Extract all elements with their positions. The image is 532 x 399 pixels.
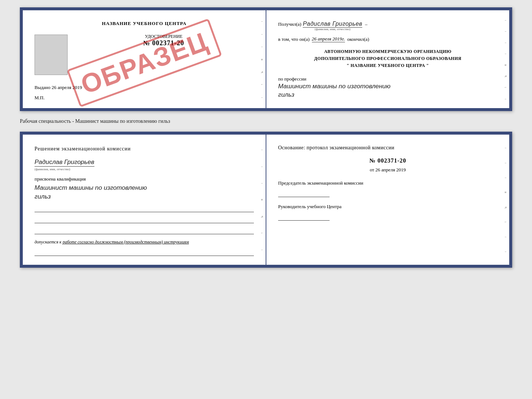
bottom-fio-label: (фамилия, имя, отчество) xyxy=(35,167,254,171)
issued-label: Выдано xyxy=(35,85,50,90)
org-quote-close: " xyxy=(426,63,429,68)
и-mark4: и xyxy=(505,190,506,194)
qualification-value: Машинист машины по изготовлению гильз xyxy=(35,184,254,201)
right-edge-ticks: – – – и ,а ← – xyxy=(258,10,266,108)
top-left-title: НАЗВАНИЕ УЧЕБНОГО ЦЕНТРА xyxy=(35,21,254,26)
underline-4 xyxy=(35,249,254,256)
org-quote-open: " xyxy=(347,63,349,68)
и-mark3: и xyxy=(261,198,263,201)
right-edge-ticks-4: – – – и ,а ← – – xyxy=(502,135,509,265)
org-name-line: " НАЗВАНИЕ УЧЕБНОГО ЦЕНТРА " xyxy=(278,62,497,69)
received-prefix: Получил(а) xyxy=(278,21,301,27)
number-value: 002371-20 xyxy=(377,157,406,164)
к-mark2: ← xyxy=(504,86,507,89)
top-document: НАЗВАНИЕ УЧЕБНОГО ЦЕНТРА ОБРАЗЕЦ УДОСТОВ… xyxy=(20,7,512,111)
date-prefix: в том, что он(а) xyxy=(278,36,310,42)
к-mark: ← xyxy=(260,83,263,86)
org-line2: ДОПОЛНИТЕЛЬНОГО ПРОФЕССИОНАЛЬНОГО ОБРАЗО… xyxy=(278,55,497,62)
underline-1 xyxy=(35,205,254,212)
cert-number-value: 002371-20 xyxy=(152,39,184,47)
bottom-name-block: Радислав Григорьев (фамилия, имя, отчест… xyxy=(35,158,254,171)
underline-2 xyxy=(35,216,254,223)
а-mark: ,а xyxy=(261,70,263,74)
date-line: в том, что он(а) 26 апреля 2019г. окончи… xyxy=(278,36,497,42)
osnov-title: Основание: протокол экзаменационной коми… xyxy=(278,145,497,151)
assigned-label: присвоена квалификация xyxy=(35,176,254,182)
director-sign-line xyxy=(278,213,330,221)
top-doc-right: Получил(а) Радислав Григорьев (фамилия, … xyxy=(266,10,509,108)
director-block: Руководитель учебного Центра xyxy=(278,204,497,221)
fio-sublabel: (фамилия, имя, отчество) xyxy=(303,27,362,31)
а-mark4: ,а xyxy=(504,206,507,209)
bottom-name: Радислав Григорьев xyxy=(35,158,94,167)
qual-line2: гильз xyxy=(35,192,254,201)
и-mark: и xyxy=(261,58,263,61)
protocol-date: от 26 апреля 2019 xyxy=(278,167,497,173)
profession-value: Машинист машины по изготовлению гильз xyxy=(278,82,497,100)
к-mark4: ← xyxy=(504,220,507,224)
org-line1: АВТОНОМНУЮ НЕКОММЕРЧЕСКУЮ ОРГАНИЗАЦИЮ xyxy=(278,48,497,55)
а-mark3: ,а xyxy=(261,215,263,218)
и-mark2: и xyxy=(505,63,506,67)
profession-block: по профессии Машинист машины по изготовл… xyxy=(278,76,497,100)
chairman-label: Председатель экзаменационной комиссии xyxy=(278,180,497,186)
qual-line1: Машинист машины по изготовлению xyxy=(35,184,254,192)
cert-label: УДОСТОВЕРЕНИЕ xyxy=(73,34,254,39)
photo-placeholder xyxy=(35,35,68,75)
date-value-bot: 26 апреля 2019 xyxy=(375,167,406,172)
right-edge-ticks-3: – – – и ,а ← – xyxy=(258,135,266,265)
profession-line1: Машинист машины по изготовлению xyxy=(278,82,497,91)
director-label: Руководитель учебного Центра xyxy=(278,204,497,210)
chairman-sign-line xyxy=(278,189,330,197)
допуск-block: допускается к работе согласно должностны… xyxy=(35,239,254,245)
org-block: АВТОНОМНУЮ НЕКОММЕРЧЕСКУЮ ОРГАНИЗАЦИЮ ДО… xyxy=(278,48,497,70)
cert-mp: М.П. xyxy=(35,95,44,101)
right-edge-ticks-2: – – – – и ,а ← – xyxy=(502,10,509,108)
а-mark2: ,а xyxy=(504,74,507,78)
org-name: НАЗВАНИЕ УЧЕБНОГО ЦЕНТРА xyxy=(351,63,425,68)
bottom-doc-right: Основание: протокол экзаменационной коми… xyxy=(266,135,509,265)
bottom-document: Решением экзаменационной комиссии Радисл… xyxy=(20,132,512,268)
underline-3 xyxy=(35,227,254,234)
profession-label: по профессии xyxy=(278,76,497,82)
допуск-prefix: допускается к xyxy=(35,239,61,245)
protocol-number: № 002371-20 xyxy=(278,157,497,164)
received-name: Радислав Григорьев xyxy=(303,21,362,28)
cert-issued-date: Выдано 26 апреля 2019 xyxy=(35,85,254,90)
number-prefix: № xyxy=(369,157,375,164)
bottom-left-title: Решением экзаменационной комиссии xyxy=(35,145,254,153)
issued-date: 26 апреля 2019 xyxy=(52,85,82,90)
допуск-text: работе согласно должностным (производств… xyxy=(62,239,189,245)
finished-label: окончил(а) xyxy=(347,36,369,42)
cert-number-prefix: № xyxy=(143,39,150,47)
bottom-doc-left: Решением экзаменационной комиссии Радисл… xyxy=(23,135,266,265)
к-mark3: ← xyxy=(260,231,263,235)
top-doc-left: НАЗВАНИЕ УЧЕБНОГО ЦЕНТРА ОБРАЗЕЦ УДОСТОВ… xyxy=(23,10,266,108)
cert-number: № 002371-20 xyxy=(73,39,254,47)
date-value: 26 апреля 2019г. xyxy=(312,36,345,42)
date-prefix-bot: от xyxy=(370,167,374,172)
cert-number-block: УДОСТОВЕРЕНИЕ № 002371-20 xyxy=(73,34,254,47)
received-line: Получил(а) Радислав Григорьев (фамилия, … xyxy=(278,21,497,31)
separator-label: Рабочая специальность - Машинист машины … xyxy=(20,118,512,125)
chairman-block: Председатель экзаменационной комиссии xyxy=(278,180,497,197)
profession-line2: гильз xyxy=(278,90,497,99)
